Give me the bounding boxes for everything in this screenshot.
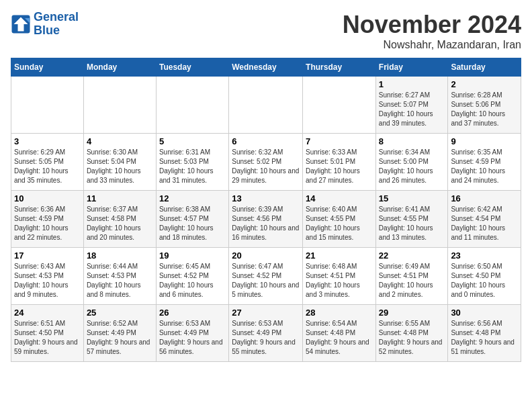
day-info: Sunrise: 6:41 AM Sunset: 4:55 PM Dayligh… (379, 205, 445, 242)
day-number: 24 (14, 308, 81, 318)
week-row-5: 24Sunrise: 6:51 AM Sunset: 4:50 PM Dayli… (11, 305, 521, 362)
day-cell: 27Sunrise: 6:53 AM Sunset: 4:49 PM Dayli… (229, 305, 303, 362)
day-number: 8 (379, 136, 445, 146)
day-info: Sunrise: 6:56 AM Sunset: 4:48 PM Dayligh… (451, 319, 518, 357)
day-cell: 10Sunrise: 6:36 AM Sunset: 4:59 PM Dayli… (11, 191, 84, 248)
day-info: Sunrise: 6:52 AM Sunset: 4:49 PM Dayligh… (87, 319, 153, 357)
day-info: Sunrise: 6:39 AM Sunset: 4:56 PM Dayligh… (232, 205, 300, 242)
day-info: Sunrise: 6:51 AM Sunset: 4:50 PM Dayligh… (14, 319, 81, 357)
day-info: Sunrise: 6:49 AM Sunset: 4:51 PM Dayligh… (379, 262, 445, 300)
day-cell: 17Sunrise: 6:43 AM Sunset: 4:53 PM Dayli… (11, 248, 84, 305)
day-cell: 14Sunrise: 6:40 AM Sunset: 4:55 PM Dayli… (303, 191, 376, 248)
day-cell: 8Sunrise: 6:34 AM Sunset: 5:00 PM Daylig… (375, 134, 448, 191)
day-cell: 30Sunrise: 6:56 AM Sunset: 4:48 PM Dayli… (448, 305, 521, 362)
day-number: 7 (306, 136, 373, 146)
day-cell: 23Sunrise: 6:50 AM Sunset: 4:50 PM Dayli… (448, 248, 521, 305)
day-cell: 9Sunrise: 6:35 AM Sunset: 4:59 PM Daylig… (448, 134, 521, 191)
header-monday: Monday (83, 58, 156, 77)
day-cell: 15Sunrise: 6:41 AM Sunset: 4:55 PM Dayli… (375, 191, 448, 248)
day-cell: 6Sunrise: 6:32 AM Sunset: 5:02 PM Daylig… (229, 134, 303, 191)
day-info: Sunrise: 6:27 AM Sunset: 5:07 PM Dayligh… (379, 91, 445, 128)
day-info: Sunrise: 6:32 AM Sunset: 5:02 PM Dayligh… (232, 148, 300, 185)
day-info: Sunrise: 6:28 AM Sunset: 5:06 PM Dayligh… (451, 91, 518, 128)
day-number: 20 (232, 250, 300, 261)
day-cell: 3Sunrise: 6:29 AM Sunset: 5:05 PM Daylig… (11, 134, 84, 191)
day-number: 1 (379, 79, 445, 89)
day-cell (229, 77, 303, 134)
day-number: 28 (306, 308, 373, 318)
day-number: 3 (14, 136, 81, 146)
week-row-1: 1Sunrise: 6:27 AM Sunset: 5:07 PM Daylig… (11, 77, 521, 134)
day-cell (83, 77, 156, 134)
day-info: Sunrise: 6:42 AM Sunset: 4:54 PM Dayligh… (451, 205, 518, 242)
day-number: 23 (451, 250, 518, 261)
calendar-header-row: SundayMondayTuesdayWednesdayThursdayFrid… (11, 58, 521, 77)
day-info: Sunrise: 6:38 AM Sunset: 4:57 PM Dayligh… (159, 205, 226, 242)
day-cell: 20Sunrise: 6:47 AM Sunset: 4:52 PM Dayli… (229, 248, 303, 305)
day-cell: 13Sunrise: 6:39 AM Sunset: 4:56 PM Dayli… (229, 191, 303, 248)
header-sunday: Sunday (11, 58, 84, 77)
day-cell: 21Sunrise: 6:48 AM Sunset: 4:51 PM Dayli… (303, 248, 376, 305)
day-info: Sunrise: 6:30 AM Sunset: 5:04 PM Dayligh… (87, 148, 153, 185)
day-number: 22 (379, 250, 445, 261)
day-cell: 4Sunrise: 6:30 AM Sunset: 5:04 PM Daylig… (83, 134, 156, 191)
day-number: 17 (14, 250, 81, 261)
logo-line2: Blue (34, 24, 79, 38)
day-number: 11 (87, 193, 153, 203)
calendar-table: SundayMondayTuesdayWednesdayThursdayFrid… (11, 58, 521, 362)
day-number: 12 (159, 193, 226, 203)
day-number: 16 (451, 193, 518, 203)
day-cell: 1Sunrise: 6:27 AM Sunset: 5:07 PM Daylig… (375, 77, 448, 134)
day-number: 21 (306, 250, 373, 261)
day-number: 29 (379, 308, 445, 318)
header-friday: Friday (375, 58, 448, 77)
day-info: Sunrise: 6:45 AM Sunset: 4:52 PM Dayligh… (159, 262, 226, 300)
day-cell: 22Sunrise: 6:49 AM Sunset: 4:51 PM Dayli… (375, 248, 448, 305)
day-cell: 12Sunrise: 6:38 AM Sunset: 4:57 PM Dayli… (156, 191, 228, 248)
week-row-4: 17Sunrise: 6:43 AM Sunset: 4:53 PM Dayli… (11, 248, 521, 305)
day-number: 10 (14, 193, 81, 203)
day-info: Sunrise: 6:36 AM Sunset: 4:59 PM Dayligh… (14, 205, 81, 242)
week-row-2: 3Sunrise: 6:29 AM Sunset: 5:05 PM Daylig… (11, 134, 521, 191)
day-info: Sunrise: 6:43 AM Sunset: 4:53 PM Dayligh… (14, 262, 81, 300)
day-info: Sunrise: 6:48 AM Sunset: 4:51 PM Dayligh… (306, 262, 373, 300)
day-info: Sunrise: 6:55 AM Sunset: 4:48 PM Dayligh… (379, 319, 445, 357)
month-title: November 2024 (343, 11, 521, 39)
day-cell: 16Sunrise: 6:42 AM Sunset: 4:54 PM Dayli… (448, 191, 521, 248)
header: General Blue November 2024 Nowshahr, Maz… (11, 11, 521, 51)
day-number: 4 (87, 136, 153, 146)
day-number: 18 (87, 250, 153, 261)
day-cell: 11Sunrise: 6:37 AM Sunset: 4:58 PM Dayli… (83, 191, 156, 248)
logo-text: General Blue (34, 11, 79, 38)
day-info: Sunrise: 6:33 AM Sunset: 5:01 PM Dayligh… (306, 148, 373, 185)
day-info: Sunrise: 6:37 AM Sunset: 4:58 PM Dayligh… (87, 205, 153, 242)
logo: General Blue (11, 11, 79, 38)
week-row-3: 10Sunrise: 6:36 AM Sunset: 4:59 PM Dayli… (11, 191, 521, 248)
day-cell: 19Sunrise: 6:45 AM Sunset: 4:52 PM Dayli… (156, 248, 228, 305)
header-wednesday: Wednesday (229, 58, 303, 77)
day-info: Sunrise: 6:50 AM Sunset: 4:50 PM Dayligh… (451, 262, 518, 300)
day-number: 19 (159, 250, 226, 261)
day-info: Sunrise: 6:29 AM Sunset: 5:05 PM Dayligh… (14, 148, 81, 185)
day-cell: 29Sunrise: 6:55 AM Sunset: 4:48 PM Dayli… (375, 305, 448, 362)
day-cell: 2Sunrise: 6:28 AM Sunset: 5:06 PM Daylig… (448, 77, 521, 134)
day-number: 25 (87, 308, 153, 318)
day-cell: 7Sunrise: 6:33 AM Sunset: 5:01 PM Daylig… (303, 134, 376, 191)
day-number: 15 (379, 193, 445, 203)
day-cell: 26Sunrise: 6:53 AM Sunset: 4:49 PM Dayli… (156, 305, 228, 362)
day-info: Sunrise: 6:47 AM Sunset: 4:52 PM Dayligh… (232, 262, 300, 300)
day-cell: 5Sunrise: 6:31 AM Sunset: 5:03 PM Daylig… (156, 134, 228, 191)
day-cell: 24Sunrise: 6:51 AM Sunset: 4:50 PM Dayli… (11, 305, 84, 362)
header-thursday: Thursday (303, 58, 376, 77)
day-number: 6 (232, 136, 300, 146)
day-info: Sunrise: 6:31 AM Sunset: 5:03 PM Dayligh… (159, 148, 226, 185)
day-number: 5 (159, 136, 226, 146)
day-number: 2 (451, 79, 518, 89)
day-number: 13 (232, 193, 300, 203)
day-info: Sunrise: 6:44 AM Sunset: 4:53 PM Dayligh… (87, 262, 153, 300)
day-cell: 18Sunrise: 6:44 AM Sunset: 4:53 PM Dayli… (83, 248, 156, 305)
header-saturday: Saturday (448, 58, 521, 77)
day-cell: 28Sunrise: 6:54 AM Sunset: 4:48 PM Dayli… (303, 305, 376, 362)
title-area: November 2024 Nowshahr, Mazandaran, Iran (343, 11, 521, 51)
day-number: 27 (232, 308, 300, 318)
